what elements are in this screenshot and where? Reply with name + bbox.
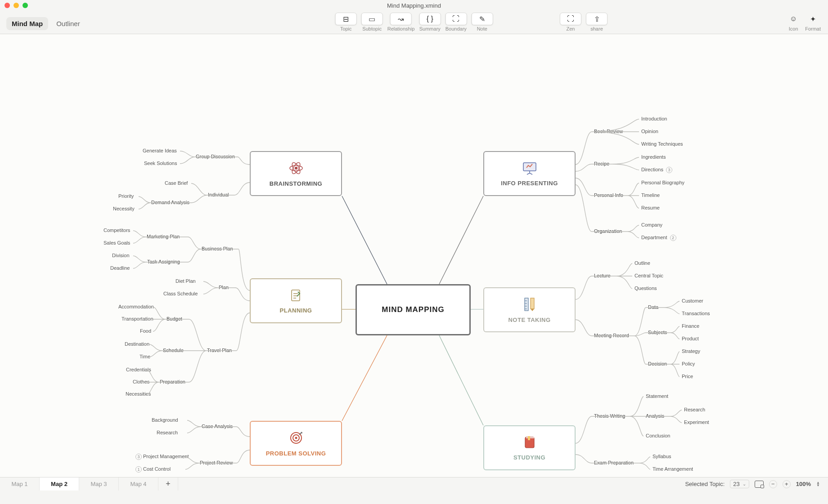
- leaf-research[interactable]: Research: [157, 430, 178, 435]
- topic-studying[interactable]: STUDYING: [483, 425, 576, 470]
- sub-travel-plan[interactable]: Travel Plan: [207, 348, 232, 353]
- leaf-project-mgmt[interactable]: 3Project Management: [134, 454, 189, 460]
- sub-case-analysis[interactable]: Case Analysis: [202, 424, 233, 429]
- leaf-opinion[interactable]: Opinion: [641, 129, 658, 134]
- sub-budget[interactable]: Budget: [166, 316, 182, 321]
- sub-preparation[interactable]: Preparation: [160, 379, 185, 384]
- leaf-resume[interactable]: Resume: [641, 205, 660, 210]
- minimize-icon[interactable]: [14, 3, 19, 8]
- share-button[interactable]: ⇪: [586, 13, 608, 25]
- minimap-icon[interactable]: [755, 481, 764, 488]
- leaf-time[interactable]: Time: [140, 354, 150, 359]
- leaf-division[interactable]: Division: [112, 253, 130, 258]
- leaf-writing-techniques[interactable]: Writing Techniques: [641, 141, 683, 147]
- leaf-personal-biog[interactable]: Personal Biography: [641, 180, 684, 185]
- leaf-conclusion[interactable]: Conclusion: [646, 433, 670, 438]
- leaf-policy[interactable]: Policy: [682, 361, 695, 366]
- leaf-syllabus[interactable]: Syllabus: [652, 454, 671, 459]
- leaf-product[interactable]: Product: [682, 336, 699, 341]
- leaf-necessity[interactable]: Necessity: [113, 206, 135, 211]
- leaf-cost-control[interactable]: 1Cost Control: [134, 466, 171, 473]
- leaf-class-schedule[interactable]: Class Schedule: [163, 291, 198, 296]
- leaf-department[interactable]: Department 2: [641, 235, 678, 241]
- leaf-diet-plan[interactable]: Diet Plan: [176, 278, 196, 284]
- icon-button[interactable]: ☺: [786, 13, 801, 25]
- leaf-introduction[interactable]: Introduction: [641, 116, 667, 121]
- leaf-ingredients[interactable]: Ingredients: [641, 154, 666, 160]
- leaf-outline[interactable]: Outline: [634, 260, 650, 266]
- view-outliner[interactable]: Outliner: [51, 17, 86, 30]
- leaf-sales-goals[interactable]: Sales Goals: [104, 240, 130, 245]
- sub-project-review[interactable]: Project Review: [200, 460, 233, 465]
- subtopic-button[interactable]: ▭: [361, 13, 383, 25]
- sub-subjects[interactable]: Subjects: [648, 330, 667, 335]
- sub-lecture[interactable]: Lecture: [594, 273, 611, 278]
- zoom-in-button[interactable]: +: [783, 480, 791, 488]
- sub-data[interactable]: Data: [648, 304, 658, 310]
- close-icon[interactable]: [4, 3, 10, 8]
- sub-marketing-plan[interactable]: Marketing Plan: [147, 234, 180, 239]
- selected-topic-dropdown[interactable]: 23 ⌄: [730, 480, 749, 488]
- leaf-accommodation[interactable]: Accommodation: [118, 304, 154, 309]
- sub-personal-info[interactable]: Personal Info: [594, 192, 623, 198]
- leaf-time-arrangement[interactable]: Time Arrangement: [652, 466, 693, 472]
- leaf-priority[interactable]: Priority: [118, 193, 134, 199]
- leaf-destination[interactable]: Destination: [125, 341, 149, 347]
- leaf-necessities[interactable]: Necessities: [126, 391, 151, 397]
- add-tab-button[interactable]: +: [158, 477, 178, 491]
- leaf-directions[interactable]: Directions 3: [641, 167, 674, 173]
- leaf-price[interactable]: Price: [682, 374, 693, 379]
- tab-map-1[interactable]: Map 1: [0, 477, 40, 491]
- zoom-out-button[interactable]: −: [769, 480, 777, 488]
- summary-button[interactable]: { }: [419, 13, 441, 25]
- sub-individual[interactable]: Individual: [208, 192, 229, 197]
- leaf-food[interactable]: Food: [140, 328, 151, 334]
- leaf-company[interactable]: Company: [641, 222, 662, 227]
- leaf-credentials[interactable]: Credentials: [126, 367, 151, 372]
- topic-info-presenting[interactable]: INFO PRESENTING: [483, 151, 576, 196]
- zen-button[interactable]: ⛶: [560, 13, 581, 25]
- maximize-icon[interactable]: [22, 3, 28, 8]
- topic-planning[interactable]: PLANNING: [250, 278, 342, 323]
- sub-exam-prep[interactable]: Exam Preparation: [594, 460, 634, 465]
- sub-thesis[interactable]: Thesis Writing: [594, 413, 625, 419]
- leaf-transportation[interactable]: Transportation: [122, 316, 153, 321]
- tab-map-4[interactable]: Map 4: [119, 477, 158, 491]
- mind-map-canvas[interactable]: MIND MAPPING BRAINSTORMING Group Discuss…: [0, 34, 828, 491]
- sub-decision[interactable]: Decision: [648, 361, 667, 366]
- sub-group-discussion[interactable]: Group Discussion: [196, 154, 235, 159]
- topic-brainstorming[interactable]: BRAINSTORMING: [250, 151, 342, 196]
- leaf-experiment[interactable]: Experiment: [684, 419, 709, 425]
- leaf-customer[interactable]: Customer: [682, 298, 703, 303]
- note-button[interactable]: ✎: [471, 13, 493, 25]
- sub-book-review[interactable]: Book Review: [594, 129, 623, 134]
- sub-analysis[interactable]: Analysis: [646, 413, 664, 419]
- leaf-deadline[interactable]: Deadline: [110, 265, 130, 271]
- leaf-finance[interactable]: Finance: [682, 323, 699, 329]
- leaf-questions[interactable]: Questions: [634, 285, 657, 291]
- format-button[interactable]: ✦: [806, 13, 820, 25]
- tab-map-3[interactable]: Map 3: [79, 477, 119, 491]
- zoom-stepper[interactable]: ▲▼: [816, 482, 820, 487]
- central-topic[interactable]: MIND MAPPING: [356, 284, 471, 335]
- leaf-statement[interactable]: Statement: [646, 393, 668, 399]
- boundary-button[interactable]: ⛶: [445, 13, 467, 25]
- leaf-central-topic[interactable]: Central Topic: [634, 273, 663, 278]
- leaf-transactions[interactable]: Transactions: [682, 311, 710, 316]
- leaf-clothes[interactable]: Clothes: [133, 379, 149, 384]
- topic-problem-solving[interactable]: PROBLEM SOLVING: [250, 421, 342, 466]
- topic-note-taking[interactable]: NOTE TAKING: [483, 287, 576, 332]
- leaf-seek-solutions[interactable]: Seek Solutions: [144, 161, 177, 166]
- leaf-case-brief[interactable]: Case Brief: [165, 180, 188, 186]
- leaf-timeline[interactable]: Timeline: [641, 192, 660, 198]
- sub-business-plan[interactable]: Business Plan: [202, 246, 233, 251]
- leaf-background[interactable]: Background: [152, 417, 178, 423]
- sub-recipe[interactable]: Recipe: [594, 161, 609, 166]
- sub-organization[interactable]: Organization: [594, 228, 622, 234]
- leaf-strategy[interactable]: Strategy: [682, 348, 700, 354]
- sub-meeting-record[interactable]: Meeting Record: [594, 333, 629, 338]
- tab-map-2[interactable]: Map 2: [40, 477, 79, 491]
- leaf-thesis-research[interactable]: Research: [684, 407, 705, 412]
- leaf-generate-ideas[interactable]: Generate Ideas: [143, 148, 177, 153]
- view-mind-map[interactable]: Mind Map: [6, 17, 48, 30]
